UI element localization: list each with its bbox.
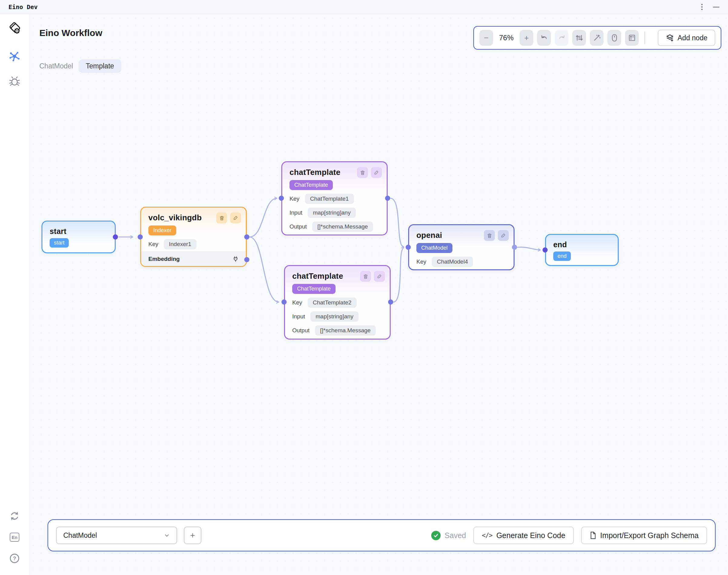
chevron-down-icon: [164, 532, 170, 538]
output-label: Output: [292, 327, 310, 334]
svg-text:?: ?: [13, 555, 16, 562]
input-label: Input: [289, 209, 302, 216]
key-label: Key: [416, 259, 426, 265]
key-label: Key: [292, 299, 302, 306]
window-title: Eino Dev: [8, 3, 37, 10]
eino-logo-icon[interactable]: [7, 22, 22, 35]
node-volc-vikingdb[interactable]: volc_vikingdb Indexer Key Indexer1 Embed…: [140, 207, 247, 267]
delete-node-icon[interactable]: [484, 230, 495, 241]
plug-icon: [232, 256, 239, 262]
node-title: end: [553, 240, 610, 249]
redo-icon: [555, 30, 568, 46]
edit-node-icon[interactable]: [371, 167, 382, 178]
sidebar: En ?: [0, 14, 29, 575]
node-type-badge: end: [553, 251, 571, 261]
canvas-toolbar: − 76% +: [473, 26, 721, 49]
graph-selector-value: ChatModel: [63, 532, 97, 540]
auto-layout-icon[interactable]: [572, 30, 586, 46]
tab-template[interactable]: Template: [78, 59, 121, 73]
tab-chatmodel[interactable]: ChatModel: [39, 62, 73, 70]
add-node-layers-icon: [666, 34, 674, 42]
zoom-in-icon[interactable]: +: [520, 30, 533, 46]
embedding-section[interactable]: Embedding: [141, 251, 246, 266]
add-node-label: Add node: [678, 34, 707, 42]
delete-node-icon[interactable]: [360, 271, 371, 282]
import-export-button[interactable]: Import/Export Graph Schema: [581, 527, 707, 544]
key-value: ChatTemplate2: [308, 298, 357, 308]
node-chattemplate-2[interactable]: chatTemplate ChatTemplate Key ChatTempla…: [284, 265, 391, 340]
output-value: []*schema.Message: [315, 325, 376, 336]
input-value: map[string]any: [308, 208, 356, 218]
add-graph-button[interactable]: +: [184, 527, 201, 544]
saved-check-icon: [431, 531, 441, 540]
key-label: Key: [289, 196, 299, 202]
delete-node-icon[interactable]: [357, 167, 368, 178]
zoom-out-icon[interactable]: −: [479, 30, 493, 46]
graph-selector[interactable]: ChatModel: [56, 527, 177, 544]
window-header: Eino Dev: [0, 0, 728, 14]
magic-wand-icon[interactable]: [590, 30, 604, 46]
node-type-badge: ChatTemplate: [289, 180, 333, 190]
help-icon[interactable]: ?: [7, 551, 22, 565]
bottom-bar: ChatModel + Saved </> Generate Eino Code…: [48, 519, 716, 551]
node-openai[interactable]: openai ChatModel Key ChatModel4: [408, 224, 514, 270]
minimap-icon[interactable]: [625, 30, 639, 46]
node-title: start: [50, 227, 107, 236]
toolbar-divider: [644, 31, 645, 44]
node-chattemplate-1[interactable]: chatTemplate ChatTemplate Key ChatTempla…: [281, 161, 388, 235]
output-label: Output: [289, 223, 307, 230]
add-node-button[interactable]: Add node: [658, 30, 715, 46]
page-title: Eino Workflow: [39, 28, 102, 38]
code-icon: </>: [482, 532, 493, 539]
input-label: Input: [292, 313, 305, 320]
generate-code-button[interactable]: </> Generate Eino Code: [473, 527, 574, 544]
edit-node-icon[interactable]: [230, 212, 241, 223]
node-type-badge: start: [50, 238, 69, 247]
node-type-badge: ChatTemplate: [292, 284, 336, 294]
window-minimize-icon[interactable]: [713, 7, 720, 7]
refresh-icon[interactable]: [7, 509, 22, 523]
zoom-level: 76%: [497, 34, 516, 42]
input-value: map[string]any: [310, 311, 358, 322]
debug-bug-icon[interactable]: [7, 74, 22, 88]
edit-node-icon[interactable]: [498, 230, 509, 241]
node-end[interactable]: end end: [545, 234, 619, 266]
key-label: Key: [148, 241, 158, 247]
node-type-badge: Indexer: [148, 226, 176, 235]
edit-node-icon[interactable]: [374, 271, 385, 282]
workflow-graph-icon[interactable]: [7, 49, 22, 63]
key-value: Indexer1: [164, 239, 196, 249]
save-status-text: Saved: [445, 531, 466, 540]
file-icon: [590, 532, 596, 539]
workflow-tabs: ChatModel Template: [39, 59, 121, 73]
mouse-icon[interactable]: [607, 30, 621, 46]
key-value: ChatTemplate1: [305, 194, 354, 204]
node-start[interactable]: start start: [41, 221, 116, 253]
output-value: []*schema.Message: [312, 222, 373, 232]
node-type-badge: ChatModel: [416, 243, 452, 253]
language-en-icon[interactable]: En: [10, 533, 20, 542]
window-menu-icon[interactable]: [701, 4, 702, 10]
undo-icon[interactable]: [537, 30, 551, 46]
delete-node-icon[interactable]: [216, 212, 227, 223]
save-status: Saved: [431, 531, 466, 540]
key-value: ChatModel4: [432, 257, 473, 267]
